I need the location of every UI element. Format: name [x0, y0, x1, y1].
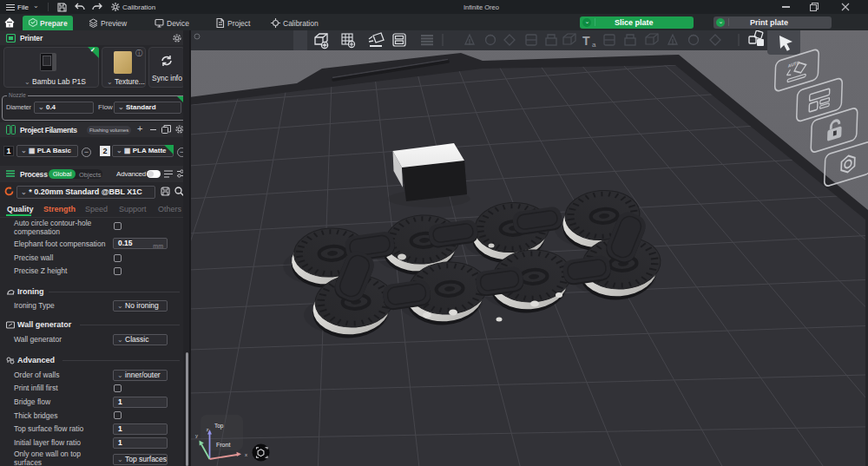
svg-text:z: z	[207, 427, 209, 432]
svg-text:T: T	[582, 34, 590, 48]
svg-text:x: x	[245, 452, 247, 457]
svg-text:Front: Front	[216, 442, 230, 448]
svg-text:a: a	[592, 41, 596, 49]
svg-text:Top: Top	[214, 423, 224, 430]
svg-text:y: y	[195, 433, 198, 438]
